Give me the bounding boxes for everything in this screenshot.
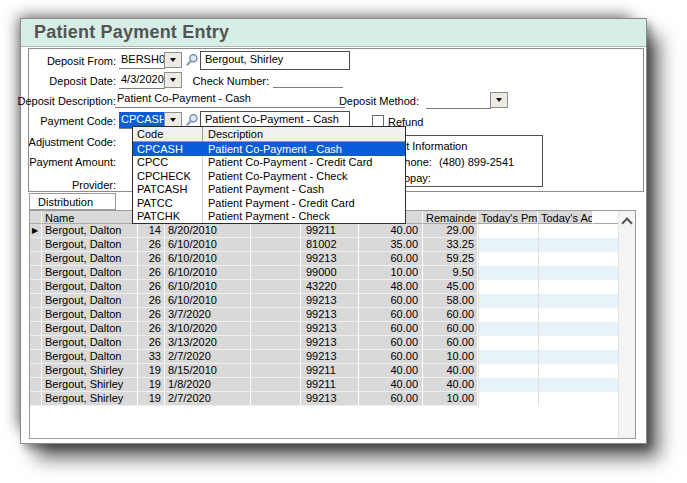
- distribution-row[interactable]: Bergout, Shirley198/15/20109921140.0040.…: [30, 364, 619, 378]
- spacer-cell: [251, 266, 301, 280]
- payment-code-option[interactable]: CPCCPatient Co-Payment - Credit Card: [133, 156, 405, 170]
- distribution-row[interactable]: Bergout, Dalton266/10/20104322048.0045.0…: [30, 280, 619, 294]
- todays-pmt-cell[interactable]: [478, 266, 538, 280]
- deposit-date-value[interactable]: 4/3/2020: [119, 72, 165, 89]
- todays-adj-cell[interactable]: [538, 364, 593, 378]
- check-number-field[interactable]: [273, 72, 343, 88]
- remainder-cell: 60.00: [423, 308, 478, 322]
- option-description: Patient Payment - Check: [203, 210, 405, 222]
- todays-adj-cell[interactable]: [538, 280, 593, 294]
- todays-pmt-cell[interactable]: [478, 252, 538, 266]
- todays-pmt-cell[interactable]: [478, 364, 538, 378]
- units-cell: 19: [138, 378, 165, 392]
- distribution-row[interactable]: Bergout, Dalton266/10/20109900010.009.50: [30, 266, 619, 280]
- distribution-row[interactable]: Bergout, Shirley192/7/20209921360.0010.0…: [30, 392, 619, 406]
- payment-code-option[interactable]: PATCASHPatient Payment - Cash: [133, 183, 405, 197]
- row-marker: [30, 308, 42, 322]
- todays-pmt-cell[interactable]: [478, 308, 538, 322]
- remainder-cell: 9.50: [423, 266, 478, 280]
- row-marker: [30, 350, 42, 364]
- deposit-description-field[interactable]: Patient Co-Payment - Cash: [115, 92, 345, 108]
- check-number-label: Check Number:: [193, 75, 269, 88]
- distribution-row[interactable]: ▶Bergout, Dalton148/20/20109921140.0029.…: [30, 224, 619, 238]
- todays-pmt-cell[interactable]: [478, 322, 538, 336]
- phone-value: (480) 899-2541: [439, 156, 514, 168]
- todays-pmt-cell[interactable]: [478, 350, 538, 364]
- deposit-from-label: Deposit From:: [47, 55, 116, 68]
- deposit-method-dropdown-button[interactable]: [490, 92, 508, 108]
- todays-pmt-cell[interactable]: [478, 378, 538, 392]
- distribution-row[interactable]: Bergout, Dalton263/10/20209921360.0060.0…: [30, 322, 619, 336]
- option-description: Patient Payment - Credit Card: [203, 197, 405, 209]
- distribution-tab[interactable]: Distribution: [29, 193, 116, 210]
- date-cell: 3/7/2020: [165, 308, 251, 322]
- payment-code-lookup-magnifier-icon[interactable]: [185, 113, 199, 127]
- units-cell: 26: [138, 308, 165, 322]
- option-code: CPCHECK: [133, 169, 203, 183]
- todays-adj-cell[interactable]: [538, 252, 593, 266]
- option-code: PATCC: [133, 196, 203, 210]
- procedure-code-cell: 99213: [301, 252, 359, 266]
- copay-label: Copay:: [396, 172, 542, 184]
- vertical-scrollbar[interactable]: [618, 211, 635, 438]
- todays-adj-cell[interactable]: [538, 392, 593, 406]
- deposit-description-label: Deposit Description:: [18, 95, 116, 108]
- screen-background: Patient Payment Entry Deposit From: Depo…: [0, 0, 687, 483]
- chevron-down-icon: [170, 58, 176, 62]
- todays-adj-cell[interactable]: [538, 350, 593, 364]
- distribution-row[interactable]: Bergout, Dalton263/7/20209921360.0060.00: [30, 308, 619, 322]
- patient-name-cell: Bergout, Dalton: [42, 238, 138, 252]
- distribution-row[interactable]: Bergout, Dalton266/10/20108100235.0033.2…: [30, 238, 619, 252]
- todays-adj-cell[interactable]: [538, 224, 593, 238]
- units-cell: 26: [138, 336, 165, 350]
- units-cell: 33: [138, 350, 165, 364]
- deposit-method-value[interactable]: [426, 92, 491, 109]
- date-cell: 2/7/2020: [165, 350, 251, 364]
- units-cell: 19: [138, 364, 165, 378]
- row-marker: [30, 322, 42, 336]
- todays-pmt-cell[interactable]: [478, 336, 538, 350]
- date-cell: 6/10/2010: [165, 266, 251, 280]
- remainder-cell: 60.00: [423, 336, 478, 350]
- scroll-up-icon[interactable]: [621, 217, 632, 228]
- todays-adj-cell[interactable]: [538, 294, 593, 308]
- deposit-date-dropdown-button[interactable]: [164, 72, 182, 88]
- option-code: PATCASH: [133, 183, 203, 197]
- deposit-method-combo[interactable]: [426, 92, 508, 108]
- todays-adj-cell[interactable]: [538, 308, 593, 322]
- deposit-from-combo[interactable]: BERSH000: [119, 52, 183, 68]
- deposit-from-value[interactable]: BERSH000: [119, 52, 165, 69]
- distribution-row[interactable]: Bergout, Shirley191/8/20209921140.0040.0…: [30, 378, 619, 392]
- deposit-from-name-field[interactable]: Bergout, Shirley: [200, 51, 350, 70]
- distribution-row[interactable]: Bergout, Dalton266/10/20109921360.0059.2…: [30, 252, 619, 266]
- todays-adj-cell[interactable]: [538, 266, 593, 280]
- units-cell: 26: [138, 294, 165, 308]
- todays-pmt-cell[interactable]: [478, 238, 538, 252]
- todays-adj-cell[interactable]: [538, 378, 593, 392]
- row-marker: [30, 378, 42, 392]
- todays-adj-cell[interactable]: [538, 336, 593, 350]
- deposit-from-dropdown-button[interactable]: [164, 52, 182, 68]
- todays-adj-cell[interactable]: [538, 322, 593, 336]
- payment-code-option[interactable]: PATCHKPatient Payment - Check: [133, 210, 405, 224]
- amount-cell: 60.00: [359, 308, 423, 322]
- payment-code-option[interactable]: CPCASHPatient Co-Payment - Cash: [133, 142, 405, 156]
- payment-code-option[interactable]: CPCHECKPatient Co-Payment - Check: [133, 169, 405, 183]
- deposit-from-lookup-magnifier-icon[interactable]: [185, 53, 199, 67]
- todays-pmt-cell[interactable]: [478, 392, 538, 406]
- distribution-row[interactable]: Bergout, Dalton263/13/20209921360.0060.0…: [30, 336, 619, 350]
- row-marker: [30, 294, 42, 308]
- todays-adj-cell[interactable]: [538, 238, 593, 252]
- todays-pmt-cell[interactable]: [478, 224, 538, 238]
- date-cell: 6/10/2010: [165, 252, 251, 266]
- todays-pmt-cell[interactable]: [478, 294, 538, 308]
- provider-label: Provider:: [72, 179, 116, 192]
- amount-cell: 48.00: [359, 280, 423, 294]
- todays-pmt-cell[interactable]: [478, 280, 538, 294]
- distribution-row[interactable]: Bergout, Dalton266/10/20109921360.0058.0…: [30, 294, 619, 308]
- units-cell: 26: [138, 322, 165, 336]
- deposit-date-combo[interactable]: 4/3/2020: [119, 72, 183, 88]
- units-cell: 26: [138, 252, 165, 266]
- payment-code-option[interactable]: PATCCPatient Payment - Credit Card: [133, 196, 405, 210]
- distribution-row[interactable]: Bergout, Dalton332/7/20209921360.0010.00: [30, 350, 619, 364]
